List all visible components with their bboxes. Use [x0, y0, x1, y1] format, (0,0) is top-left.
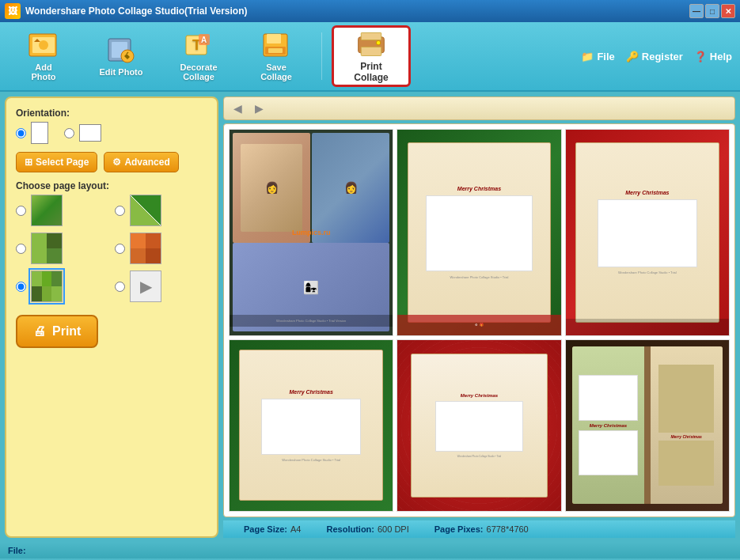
book-right-top [658, 365, 715, 433]
title-bar-left: 🖼 Wondershare Photo Collage Studio(Trial… [5, 3, 247, 19]
page-pixes-value: 6778*4760 [487, 524, 529, 534]
register-icon: 🔑 [626, 51, 639, 62]
layout-4-option[interactable] [115, 233, 207, 264]
file-label: File: [8, 546, 26, 555]
preview-page-6[interactable]: Merry Christmas Merry Christmas [565, 339, 730, 513]
decorate-collage-icon: T A [183, 31, 214, 59]
add-photo-icon [28, 31, 59, 59]
toolbar: Add Photo Edit Photo T A Decorate Collag… [0, 22, 740, 92]
app-title: Wondershare Photo Collage Studio(Trial V… [25, 6, 247, 17]
book-photo-top [579, 375, 638, 420]
resolution-label: Resolution: [327, 524, 375, 534]
layout-grid: ▶ [16, 195, 207, 302]
xmas-photo-3 [598, 199, 697, 267]
register-menu[interactable]: 🔑 Register [626, 51, 683, 62]
nav-forward-button[interactable]: ▶ [252, 100, 267, 116]
layout-3-option[interactable] [16, 233, 108, 264]
portrait-radio[interactable] [16, 128, 26, 138]
layout-2-option[interactable] [115, 195, 207, 226]
book-right-bottom [658, 441, 715, 486]
xmas-text-4: Wondershare Photo Collage Studio • Trial [282, 458, 340, 462]
print-collage-icon [355, 29, 387, 58]
advanced-label: Advanced [124, 157, 169, 168]
preview-page-1[interactable]: 👩 👩 👩‍👧 Wondershare Photo C [229, 129, 393, 336]
left-panel: Orientation: ⊞ Select Page ⚙ Advanced [5, 96, 218, 538]
main-area: Orientation: ⊞ Select Page ⚙ Advanced [0, 92, 740, 543]
book-photo-bottom [579, 430, 638, 475]
landscape-option[interactable] [64, 124, 101, 142]
layout-2-radio[interactable] [115, 206, 125, 216]
print-button[interactable]: 🖨 Print [16, 315, 98, 348]
layout-1-option[interactable] [16, 195, 108, 226]
nav-bar: ◀ ▶ [223, 96, 735, 120]
nav-back-button[interactable]: ◀ [230, 100, 245, 116]
xmas-title-2: Merry Christmas [457, 186, 501, 191]
portrait-option[interactable] [16, 122, 48, 144]
orientation-row [16, 122, 207, 144]
toolbar-divider [321, 32, 322, 80]
resolution-value: 600 DPI [378, 524, 409, 534]
maximize-button[interactable]: □ [705, 4, 719, 18]
layout-section: Choose page layout: [16, 180, 207, 302]
layout-custom-option[interactable]: ▶ [115, 271, 207, 302]
print-icon: 🖨 [33, 324, 46, 339]
book-spine [644, 346, 651, 504]
close-button[interactable]: ✕ [721, 4, 735, 18]
layout-custom-radio[interactable] [115, 282, 125, 292]
xmas-ribbon-3 [566, 319, 729, 335]
preview-page-5[interactable]: Merry Christmas Wondershare Photo Collag… [397, 339, 561, 513]
status-bar: Page Size: A4 Resolution: 600 DPI Page P… [223, 520, 735, 538]
file-label: File [597, 51, 614, 62]
add-photo-label: Add Photo [31, 62, 55, 81]
layout-6-option[interactable] [16, 271, 108, 302]
xmas-title-6: Merry Christmas [590, 423, 627, 428]
print-collage-label: Print Collage [354, 61, 388, 83]
preview-page-4[interactable]: Merry Christmas Wondershare Photo Collag… [229, 339, 393, 513]
page-size-value: A4 [290, 524, 301, 534]
layout-2-icon [130, 195, 161, 226]
preview-area: 👩 👩 👩‍👧 Wondershare Photo C [223, 123, 735, 517]
page-size-section: Page Size: A4 [231, 524, 314, 534]
register-label: Register [642, 51, 683, 62]
xmas-title-6b: Merry Christmas [670, 434, 701, 439]
xmas-text-2: Wondershare Photo Collage Studio • Trial [450, 275, 509, 279]
xmas-photo-5 [435, 401, 524, 452]
select-page-label: Select Page [36, 157, 89, 168]
layout-6-radio[interactable] [16, 282, 26, 292]
help-icon: ❓ [694, 51, 707, 62]
svg-rect-12 [267, 34, 281, 44]
layout-custom-icon: ▶ [130, 271, 161, 302]
xmas-text-5: Wondershare Photo Collage Studio • Trial [457, 455, 501, 458]
minimize-button[interactable]: — [689, 4, 704, 18]
edit-photo-button[interactable]: Edit Photo [85, 28, 157, 85]
layout-3-radio[interactable] [16, 244, 26, 254]
select-page-button[interactable]: ⊞ Select Page [16, 152, 97, 172]
save-collage-button[interactable]: Save Collage [241, 28, 312, 85]
advanced-icon: ⚙ [112, 157, 121, 168]
preview-page-3[interactable]: Merry Christmas Wondershare Photo Collag… [565, 129, 730, 336]
page-pixes-section: Page Pixes: 6778*4760 [422, 524, 541, 534]
file-menu[interactable]: 📁 File [581, 51, 614, 62]
decorate-collage-button[interactable]: T A Decorate Collage [163, 28, 234, 85]
print-collage-button[interactable]: Print Collage [332, 25, 411, 87]
title-bar-controls[interactable]: — □ ✕ [689, 4, 735, 18]
advanced-button[interactable]: ⚙ Advanced [104, 152, 178, 172]
help-menu[interactable]: ❓ Help [694, 51, 732, 62]
svg-text:A: A [201, 36, 207, 44]
layout-1-radio[interactable] [16, 206, 26, 216]
add-photo-button[interactable]: Add Photo [8, 28, 79, 85]
xmas-title-5: Merry Christmas [461, 393, 498, 398]
layout-4-icon [130, 233, 161, 264]
landscape-radio[interactable] [64, 128, 74, 138]
layout-label: Choose page layout: [16, 180, 207, 191]
xmas-text-3: Wondershare Photo Collage Studio • Trial [618, 271, 677, 274]
svg-rect-17 [361, 47, 381, 56]
xmas-ribbon-2: ⚙ 🎁 [397, 315, 560, 335]
preview-page-2[interactable]: Merry Christmas Wondershare Photo Collag… [397, 129, 561, 336]
save-collage-icon [260, 31, 292, 59]
layout-4-radio[interactable] [115, 244, 125, 254]
xmas-photo-4 [261, 399, 361, 455]
menu-bar: 📁 File 🔑 Register ❓ Help [581, 51, 732, 62]
save-collage-label: Save Collage [260, 62, 292, 81]
file-bar: File: [0, 543, 740, 558]
